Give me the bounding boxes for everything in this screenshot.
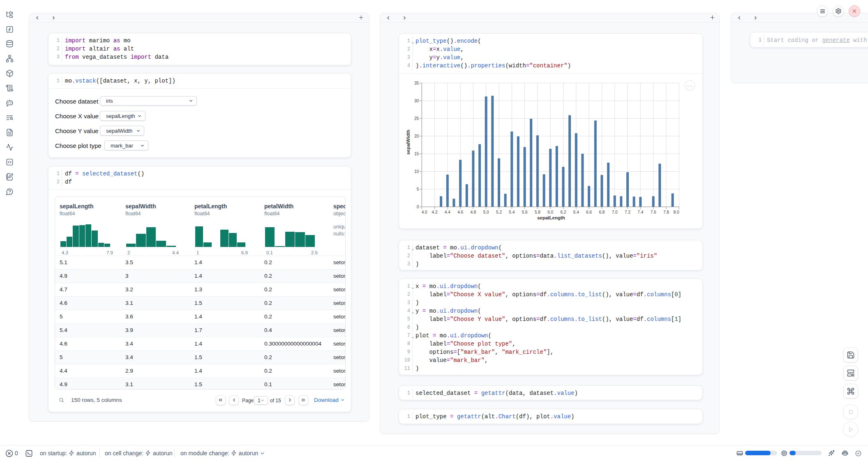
svg-text:7.4: 7.4 [637, 210, 643, 214]
svg-text:sepalLength: sepalLength [537, 215, 565, 220]
svg-text:8.0: 8.0 [674, 210, 679, 214]
svg-text:10: 10 [414, 169, 419, 174]
svg-text:6.2: 6.2 [561, 210, 566, 214]
svg-text:6.4: 6.4 [573, 210, 579, 214]
svg-text:5.4: 5.4 [509, 210, 515, 214]
svg-text:6.8: 6.8 [599, 210, 605, 214]
svg-text:5.2: 5.2 [496, 210, 502, 214]
svg-text:6.0: 6.0 [547, 210, 553, 214]
svg-text:25: 25 [414, 116, 419, 121]
svg-text:7.2: 7.2 [625, 210, 630, 214]
svg-text:sepalWidth: sepalWidth [406, 129, 411, 154]
svg-text:4.4: 4.4 [445, 210, 450, 214]
svg-text:20: 20 [414, 134, 419, 138]
svg-text:7.8: 7.8 [663, 210, 669, 214]
svg-text:4.6: 4.6 [457, 210, 463, 214]
svg-text:7.0: 7.0 [612, 210, 618, 214]
svg-text:4.2: 4.2 [432, 210, 438, 214]
svg-text:5.8: 5.8 [535, 210, 540, 214]
svg-text:4.8: 4.8 [470, 210, 476, 214]
svg-text:7.6: 7.6 [651, 210, 656, 214]
svg-text:5.0: 5.0 [483, 210, 489, 214]
svg-text:30: 30 [414, 99, 419, 103]
svg-text:0: 0 [417, 205, 419, 209]
svg-text:4.0: 4.0 [422, 210, 427, 214]
svg-text:5.6: 5.6 [522, 210, 528, 214]
svg-text:15: 15 [414, 152, 419, 156]
svg-text:35: 35 [414, 81, 419, 85]
svg-text:6.6: 6.6 [586, 210, 592, 214]
svg-text:5: 5 [417, 187, 419, 191]
